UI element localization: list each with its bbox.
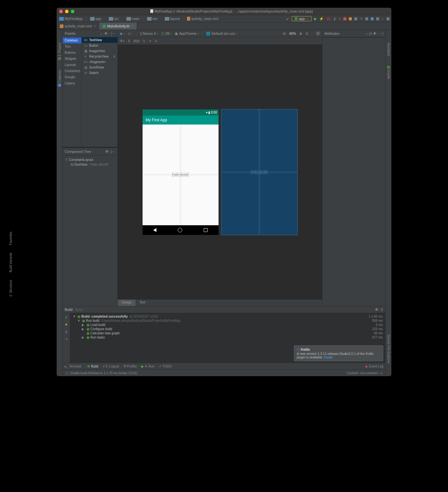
- magnet-icon[interactable]: ⊻: [128, 39, 130, 43]
- search-icon[interactable]: ⌕: [100, 31, 102, 36]
- text-tab[interactable]: Text: [135, 300, 149, 306]
- device-explorer-tab[interactable]: Device File Explorer: [387, 335, 390, 363]
- gear-icon[interactable]: ✱-: [375, 307, 379, 312]
- close-window-button[interactable]: [59, 10, 63, 13]
- surface-mode-button[interactable]: ◆▾: [120, 32, 125, 36]
- terminal-tool-tab[interactable]: ▸_Terminal: [65, 365, 81, 368]
- make-project-icon[interactable]: ↙: [286, 17, 289, 21]
- logcat-tool-tab[interactable]: ≡6: Logcat: [103, 365, 119, 368]
- breadcrumb-item[interactable]: MyFirstApp: [59, 16, 83, 21]
- avd-manager-button[interactable]: [365, 17, 368, 20]
- minimize-window-button[interactable]: [65, 10, 69, 13]
- profiler-tool-tab[interactable]: ⧗Profiler: [124, 364, 137, 368]
- blueprint-textview[interactable]: Hello World!: [251, 170, 268, 174]
- zoom-in-button[interactable]: ⊕: [299, 32, 302, 36]
- restart-icon[interactable]: ↙: [65, 315, 68, 319]
- apply-changes-button[interactable]: ⚡: [319, 17, 324, 21]
- breadcrumb-item[interactable]: res: [146, 16, 158, 21]
- toolbar-button[interactable]: [354, 17, 357, 20]
- breadcrumb-item[interactable]: layout: [164, 16, 180, 21]
- context-label[interactable]: Context: <no context>: [347, 371, 378, 375]
- install-link[interactable]: Install: [324, 356, 332, 359]
- favorites-tool-tab[interactable]: Favorites: [9, 232, 13, 245]
- assistant-tool-tab[interactable]: Assistant: [387, 43, 390, 56]
- profiler-button[interactable]: ⧗: [333, 17, 336, 21]
- palette-category[interactable]: Google: [63, 74, 81, 80]
- zoom-level[interactable]: 40%: [289, 32, 296, 35]
- build-variants-tab[interactable]: Build Variants: [9, 253, 13, 272]
- palette-item-scrollview[interactable]: ▤ScrollView: [82, 65, 117, 70]
- run-config-dropdown[interactable]: app▼: [292, 16, 312, 21]
- zoom-out-button[interactable]: ⊖: [283, 32, 286, 36]
- api-dropdown[interactable]: ⬡ 28 ▾: [161, 32, 172, 36]
- eye-icon[interactable]: 👁▾: [120, 39, 125, 43]
- gear-icon[interactable]: ✱-: [373, 31, 378, 36]
- download-icon[interactable]: ⬇: [113, 55, 116, 58]
- debug-button[interactable]: 🐞: [326, 17, 331, 21]
- clear-constraints-icon[interactable]: ↯: [143, 39, 145, 43]
- palette-category[interactable]: Layouts: [63, 62, 81, 68]
- editor-tab[interactable]: MainActivity.kt×: [99, 23, 137, 30]
- tree-node-constraintlayout[interactable]: ⅂ ConstraintLayout: [65, 157, 116, 162]
- device-preview[interactable]: ▾▮8:00 My First App Hello World!: [143, 109, 219, 235]
- palette-category[interactable]: Common: [63, 37, 81, 43]
- tree-node-textview[interactable]: Ab TextView- "Hello World!": [65, 162, 116, 167]
- device-dropdown[interactable]: ▯ Nexus 4 ▾: [140, 32, 158, 36]
- search-icon[interactable]: ⌕: [366, 31, 368, 36]
- locale-dropdown[interactable]: 🌐 Default (en-us) ▾: [206, 32, 237, 36]
- toolbar-button[interactable]: [349, 17, 352, 20]
- warning-icon[interactable]: !: [316, 31, 320, 36]
- editor-tab[interactable]: activity_main.xml×: [57, 23, 99, 30]
- run-tool-tab[interactable]: ▶4: Run: [141, 365, 154, 368]
- sdk-manager-button[interactable]: [371, 17, 374, 20]
- event-log-tab[interactable]: ◉Event Log: [365, 365, 383, 368]
- build-tool-tab[interactable]: ↓⚒Build: [86, 365, 98, 368]
- close-tab-icon[interactable]: ×: [94, 24, 96, 28]
- breadcrumb-item[interactable]: src: [108, 16, 120, 21]
- infer-constraints-icon[interactable]: ✦: [149, 39, 152, 43]
- swap-icon[interactable]: ⇄: [369, 31, 372, 36]
- margin-dropdown[interactable]: 8dp: [134, 39, 139, 43]
- todo-tool-tab[interactable]: ✓TODO: [159, 365, 172, 368]
- palette-category[interactable]: Legacy: [63, 80, 81, 86]
- breadcrumb-item[interactable]: activity_main.xml: [186, 16, 219, 21]
- theme-dropdown[interactable]: ◉ AppTheme ▾: [175, 32, 199, 36]
- blueprint-preview[interactable]: Hello World!: [221, 109, 298, 235]
- align-dropdown[interactable]: I▾: [155, 39, 157, 43]
- close-icon[interactable]: ✕: [65, 337, 68, 341]
- collapse-icon[interactable]: |←: [111, 31, 116, 36]
- breadcrumb-item[interactable]: app: [89, 16, 102, 21]
- palette-item-imageview[interactable]: ▦ImageView: [82, 48, 117, 54]
- palette-item-fragment[interactable]: <><fragment>: [82, 59, 117, 65]
- palette-item-button[interactable]: ▭Button: [82, 43, 117, 48]
- stop-button[interactable]: [343, 17, 346, 20]
- orientation-button[interactable]: ◇▾: [128, 32, 133, 36]
- preview-textview[interactable]: Hello World!: [172, 173, 189, 177]
- canvas[interactable]: ▾▮8:00 My First App Hello World!: [118, 45, 322, 299]
- palette-category[interactable]: Buttons: [63, 50, 81, 56]
- attach-debugger-button[interactable]: ⎋: [339, 17, 341, 21]
- build-tab[interactable]: Build: [65, 308, 72, 311]
- design-tab[interactable]: Design: [118, 300, 135, 306]
- collapse-icon[interactable]: ⊻: [380, 307, 383, 312]
- lock-icon[interactable]: ⤫: [380, 371, 383, 375]
- toolbar-button[interactable]: [387, 17, 389, 20]
- structure-tool-tab[interactable]: 2: Structure: [9, 280, 13, 297]
- palette-category[interactable]: Containers: [63, 68, 81, 74]
- close-tab-icon[interactable]: ×: [132, 24, 134, 28]
- collapse-icon[interactable]: |←: [111, 149, 116, 154]
- palette-category[interactable]: Text: [63, 43, 81, 50]
- run-button[interactable]: ▶: [314, 17, 317, 21]
- star-icon[interactable]: ★: [65, 322, 68, 327]
- toolbar-button[interactable]: [376, 17, 379, 20]
- project-tool-tab[interactable]: 1: Project: [58, 43, 61, 56]
- build-output[interactable]: ▼Build: completed successfully at 2019/0…: [70, 313, 385, 363]
- zoom-fit-button[interactable]: ⊙: [305, 32, 308, 36]
- captures-tool-tab[interactable]: Captures: [58, 70, 61, 83]
- collapse-icon[interactable]: →|: [378, 31, 383, 36]
- gradle-tool-tab[interactable]: Gradle: [387, 70, 390, 79]
- breadcrumb-item[interactable]: main: [126, 16, 140, 21]
- notification-kotlin[interactable]: ⓘ Kotlin A new version 1.3.11-release-St…: [294, 345, 383, 361]
- search-icon[interactable]: ⌕: [382, 17, 384, 21]
- sync-tab[interactable]: Sync: [75, 308, 83, 311]
